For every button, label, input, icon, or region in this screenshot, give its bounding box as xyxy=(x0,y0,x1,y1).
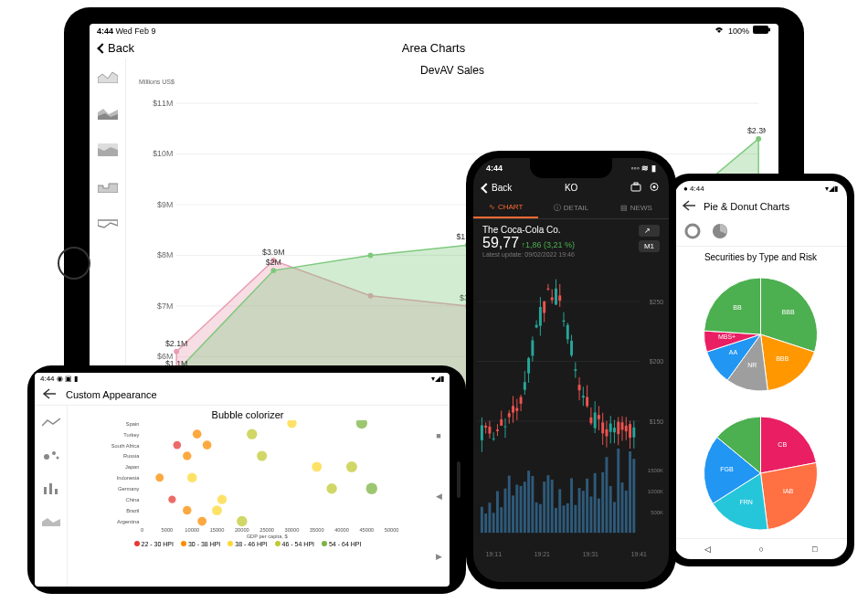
view-icon[interactable] xyxy=(649,182,660,194)
ipad-status-bar: 4:44 Wed Feb 9 100% xyxy=(90,24,778,37)
candlestick-svg: $250$200$1501500K1000K500K19:1119:2119:3… xyxy=(477,263,665,582)
svg-rect-167 xyxy=(558,295,561,301)
svg-text:IAB: IAB xyxy=(783,488,794,494)
step-area-icon[interactable] xyxy=(90,168,126,205)
svg-rect-51 xyxy=(44,487,47,494)
svg-rect-180 xyxy=(574,505,577,533)
phone-landscape-device: 4:44 ◉ ▣ ▮ ▾◢▮ Custom Appearance Bubble … xyxy=(27,365,466,594)
pp-tabs xyxy=(674,217,847,247)
svg-rect-201 xyxy=(601,472,604,533)
ipad-home-button[interactable] xyxy=(58,247,90,280)
tab-chart[interactable]: ∿CHART xyxy=(473,197,538,218)
briefcase-icon[interactable] xyxy=(630,182,641,194)
svg-text:$7M: $7M xyxy=(157,302,173,311)
back-button[interactable]: Back xyxy=(482,183,512,193)
area-chart-icon[interactable] xyxy=(90,58,126,95)
svg-text:Germany: Germany xyxy=(118,486,139,492)
svg-rect-125 xyxy=(504,427,507,428)
svg-text:19:41: 19:41 xyxy=(631,551,647,557)
svg-rect-147 xyxy=(531,476,534,533)
svg-rect-224 xyxy=(632,428,635,438)
line-chart-icon[interactable] xyxy=(35,406,67,439)
svg-rect-158 xyxy=(546,289,549,290)
range-area-icon[interactable] xyxy=(90,205,126,241)
status-time: 4:44 xyxy=(40,375,55,383)
pl-nav: Custom Appearance xyxy=(35,385,450,406)
svg-rect-122 xyxy=(500,419,503,426)
pd-nav: Back KO xyxy=(473,178,669,197)
tab-news[interactable]: ▤NEWS xyxy=(604,197,669,218)
bubble-chart-icon[interactable] xyxy=(35,439,67,471)
pl-sidebar xyxy=(35,406,68,587)
svg-rect-141 xyxy=(524,481,526,533)
svg-rect-216 xyxy=(621,482,624,533)
svg-rect-200 xyxy=(601,422,604,433)
svg-rect-135 xyxy=(515,484,518,533)
phone-pie-screen: ● 4:44 ▾◢▮ Pie & Donut Charts Securities… xyxy=(674,181,847,559)
svg-text:Brazil: Brazil xyxy=(126,508,139,513)
page-title: Custom Appearance xyxy=(66,389,157,400)
back-label: Back xyxy=(108,41,134,55)
area-chart-icon[interactable] xyxy=(35,504,67,537)
bar-chart-icon[interactable] xyxy=(35,471,67,504)
svg-point-48 xyxy=(44,454,49,460)
svg-rect-165 xyxy=(555,508,557,533)
period-button[interactable]: M1 xyxy=(639,240,660,252)
svg-rect-114 xyxy=(488,503,491,533)
donut-icon[interactable] xyxy=(682,220,704,242)
back-button[interactable]: Back xyxy=(99,41,134,55)
svg-text:NR: NR xyxy=(747,362,757,368)
svg-rect-215 xyxy=(621,422,624,429)
svg-text:$8M: $8M xyxy=(157,250,173,259)
candlestick-area[interactable]: $250$200$1501500K1000K500K19:1119:2119:3… xyxy=(473,263,669,582)
svg-point-94 xyxy=(197,517,206,526)
svg-rect-186 xyxy=(582,491,585,533)
svg-point-76 xyxy=(287,420,296,428)
svg-point-92 xyxy=(183,506,191,514)
svg-rect-161 xyxy=(551,297,554,300)
pp-nav: Pie & Donut Charts xyxy=(674,196,847,217)
svg-point-89 xyxy=(366,483,377,494)
status-time: 4:44 xyxy=(486,164,503,173)
nav-recent-icon[interactable]: □ xyxy=(812,545,817,554)
svg-rect-168 xyxy=(558,489,561,533)
nav-back-icon[interactable]: ◁ xyxy=(704,545,711,554)
back-button[interactable] xyxy=(682,200,696,213)
stock-info: ↗ M1 The Coca-Cola Co. 59,77 ↑1,86 (3,21… xyxy=(473,219,669,263)
svg-text:$200: $200 xyxy=(650,358,663,365)
indicator-button[interactable]: ↗ xyxy=(639,225,660,237)
bubble-chart-svg: SpainTurkeySouth AfricaRussiaJapanIndone… xyxy=(75,420,420,539)
next-icon[interactable]: ▶ xyxy=(436,552,442,561)
svg-rect-150 xyxy=(535,503,538,533)
tab-detail[interactable]: ⓘDETAIL xyxy=(538,197,603,218)
svg-text:10000: 10000 xyxy=(185,527,199,533)
svg-text:GDP per capita, $: GDP per capita, $ xyxy=(247,534,289,539)
pie-icon[interactable] xyxy=(709,220,731,242)
svg-text:MBS+: MBS+ xyxy=(718,333,736,340)
svg-text:30000: 30000 xyxy=(285,527,300,533)
svg-point-41 xyxy=(368,253,374,259)
nav-home-icon[interactable]: ○ xyxy=(759,545,764,554)
status-time: 4:44 xyxy=(690,185,704,193)
svg-rect-174 xyxy=(566,503,569,533)
back-label: Back xyxy=(492,183,512,193)
pl-chart-area: Bubble colorizer SpainTurkeySouth Africa… xyxy=(68,406,428,587)
svg-rect-207 xyxy=(609,486,612,533)
chart-title: Securities by Type and Risk xyxy=(680,252,842,262)
chevron-left-icon xyxy=(97,43,107,53)
back-button[interactable] xyxy=(42,388,57,401)
svg-rect-107 xyxy=(481,425,483,439)
svg-rect-149 xyxy=(535,325,538,328)
svg-rect-197 xyxy=(598,415,600,419)
svg-rect-195 xyxy=(594,473,597,533)
wifi-icon xyxy=(714,26,725,36)
full-stacked-icon[interactable] xyxy=(90,132,126,168)
svg-text:Japan: Japan xyxy=(125,464,139,470)
ticker-title: KO xyxy=(512,183,630,193)
stop-icon[interactable]: ■ xyxy=(436,431,440,440)
prev-icon[interactable]: ◀ xyxy=(436,492,442,501)
phone-dark-screen: 4:44 ◦◦◦ ≋ ▮ Back KO ∿CHART ⓘDETAIL ▤NEW… xyxy=(473,158,669,582)
svg-rect-156 xyxy=(543,481,545,533)
stacked-area-icon[interactable] xyxy=(90,95,126,132)
svg-point-87 xyxy=(187,473,197,483)
